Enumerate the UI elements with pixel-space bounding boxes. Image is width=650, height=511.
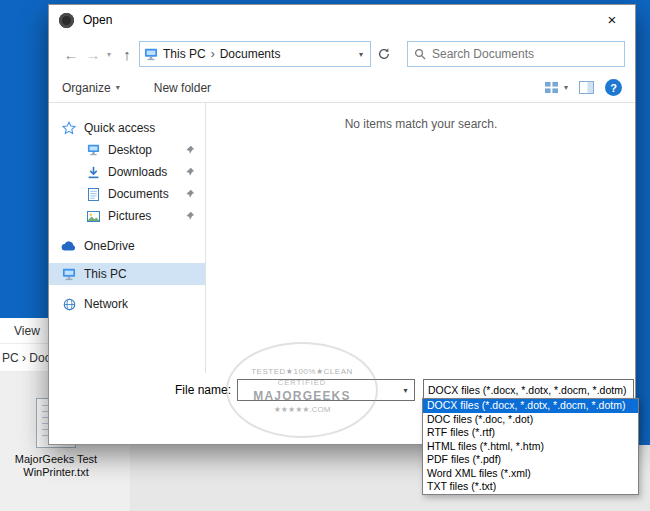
this-pc-icon	[144, 48, 158, 61]
sidebar-item-network[interactable]: Network	[49, 293, 205, 315]
back-button[interactable]: ←	[59, 46, 83, 63]
help-button[interactable]: ?	[605, 79, 622, 96]
app-icon	[59, 13, 74, 28]
sidebar-item-downloads[interactable]: Downloads	[49, 161, 205, 183]
pin-icon	[185, 211, 195, 221]
file-type-option[interactable]: DOC files (*.doc, *.dot)	[423, 413, 638, 427]
dialog-title: Open	[83, 13, 112, 27]
preview-pane-icon	[579, 81, 594, 94]
sidebar-item-desktop[interactable]: Desktop	[49, 139, 205, 161]
desktop-icon	[85, 144, 101, 156]
open-dialog: Open × ← → ▾ ↑ This PC › Documents ▾ Org…	[48, 4, 636, 445]
file-type-option[interactable]: DOCX files (*.docx, *.dotx, *.docm, *.do…	[423, 399, 638, 413]
breadcrumb-segment-this-pc[interactable]: This PC	[158, 47, 211, 61]
documents-icon	[85, 188, 101, 201]
sidebar-label: Desktop	[108, 143, 152, 157]
title-bar[interactable]: Open ×	[49, 5, 635, 35]
sidebar-label: This PC	[84, 267, 127, 281]
quick-access-star-icon	[61, 121, 77, 135]
this-pc-icon	[61, 268, 77, 281]
change-view-button[interactable]: ▾	[544, 81, 568, 94]
views-dropdown-icon: ▾	[564, 83, 568, 92]
search-input[interactable]	[432, 47, 618, 61]
search-box[interactable]	[407, 41, 625, 67]
pin-icon	[185, 145, 195, 155]
sidebar-label: Pictures	[108, 209, 151, 223]
navigation-pane: Quick access Desktop Downloads Documents…	[49, 103, 206, 373]
onedrive-cloud-icon	[61, 241, 77, 251]
organize-dropdown-icon: ▾	[116, 83, 120, 92]
network-icon	[61, 298, 77, 311]
file-name-dropdown-icon[interactable]: ▾	[397, 386, 414, 395]
sidebar-label: Network	[84, 297, 128, 311]
sidebar-label: Quick access	[84, 121, 155, 135]
breadcrumb-segment-documents[interactable]: Documents	[215, 47, 286, 61]
file-type-option[interactable]: Word XML files (*.xml)	[423, 467, 638, 481]
downloads-icon	[85, 166, 101, 179]
desktop-file-label: MajorGeeks Test WinPrinter.txt	[8, 453, 104, 479]
close-button[interactable]: ×	[589, 5, 635, 35]
sidebar-item-this-pc[interactable]: This PC	[49, 263, 205, 285]
sidebar-item-pictures[interactable]: Pictures	[49, 205, 205, 227]
breadcrumb[interactable]: This PC › Documents ▾	[139, 41, 371, 67]
sidebar-item-onedrive[interactable]: OneDrive	[49, 235, 205, 257]
file-name-label: File name:	[145, 379, 231, 401]
breadcrumb-dropdown-icon[interactable]: ▾	[359, 50, 366, 59]
new-folder-button[interactable]: New folder	[154, 81, 211, 95]
sidebar-label: Documents	[108, 187, 169, 201]
pin-icon	[185, 189, 195, 199]
navigation-bar: ← → ▾ ↑ This PC › Documents ▾	[49, 35, 635, 73]
file-name-input[interactable]	[238, 380, 397, 400]
search-icon	[414, 48, 426, 60]
organize-label: Organize	[62, 81, 111, 95]
forward-button[interactable]: →	[83, 46, 103, 63]
refresh-button[interactable]	[371, 41, 397, 67]
file-name-combobox[interactable]: ▾	[237, 379, 415, 401]
history-dropdown-icon[interactable]: ▾	[103, 50, 115, 59]
file-type-option[interactable]: RTF files (*.rtf)	[423, 426, 638, 440]
sidebar-label: OneDrive	[84, 239, 135, 253]
up-button[interactable]: ↑	[115, 46, 139, 63]
preview-pane-button[interactable]	[579, 81, 594, 94]
toolbar: Organize ▾ New folder ▾ ?	[49, 73, 635, 103]
file-type-option[interactable]: PDF files (*.pdf)	[423, 453, 638, 467]
sidebar-label: Downloads	[108, 165, 167, 179]
file-type-dropdown-list: DOCX files (*.docx, *.dotx, *.docm, *.do…	[422, 398, 639, 495]
empty-results-message: No items match your search.	[207, 117, 635, 131]
organize-button[interactable]: Organize ▾	[62, 81, 120, 95]
pin-icon	[185, 167, 195, 177]
view-grid-icon	[544, 81, 559, 94]
sidebar-item-quick-access[interactable]: Quick access	[49, 117, 205, 139]
toolbar-right-group: ▾ ?	[544, 79, 622, 96]
refresh-icon	[377, 47, 391, 61]
file-type-option[interactable]: HTML files (*.html, *.htm)	[423, 440, 638, 454]
pictures-icon	[85, 211, 101, 222]
new-folder-label: New folder	[154, 81, 211, 95]
sidebar-item-documents[interactable]: Documents	[49, 183, 205, 205]
file-type-option[interactable]: TXT files (*.txt)	[423, 480, 638, 494]
